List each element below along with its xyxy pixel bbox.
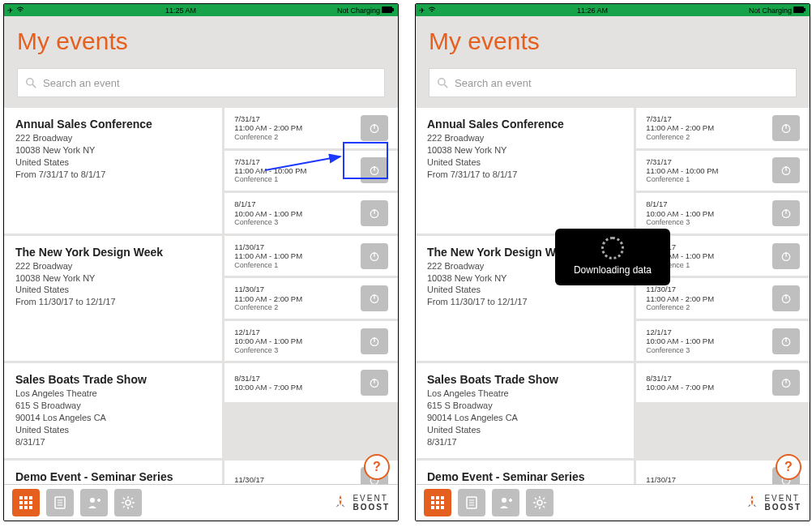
session-row: 7/31/1711:00 AM - 2:00 PMConference 2: [224, 108, 398, 151]
svg-rect-0: [382, 6, 392, 13]
download-button[interactable]: [361, 200, 388, 226]
download-button[interactable]: [772, 200, 800, 226]
page-title: My events: [17, 28, 385, 55]
download-button[interactable]: [361, 370, 388, 396]
event-info[interactable]: Sales Boats Trade ShowLos Angeles Theatr…: [416, 363, 636, 457]
session-meta: 7/31/1711:00 AM - 10:00 PMConference 1: [234, 157, 306, 185]
session-room: Conference 3: [646, 218, 714, 227]
session-meta: 8/1/1710:00 AM - 1:00 PMConference 3: [234, 199, 302, 227]
power-icon: [368, 250, 381, 263]
power-icon: [780, 292, 793, 305]
page-title: My events: [429, 28, 797, 55]
tab-add-user[interactable]: [80, 489, 108, 516]
download-button[interactable]: [772, 370, 800, 396]
search-icon: [438, 78, 448, 88]
session-meta: 11/30/17: [646, 475, 676, 484]
rocket-icon: [743, 494, 761, 512]
session-time: 10:00 AM - 7:00 PM: [234, 383, 302, 392]
session-meta: 8/31/1710:00 AM - 7:00 PM: [646, 374, 714, 392]
event-addr2: 10038 New York NY: [15, 144, 211, 156]
wifi-icon: [428, 6, 436, 15]
svg-rect-64: [441, 501, 444, 504]
svg-rect-27: [24, 506, 28, 509]
power-icon: [368, 292, 381, 305]
session-room: Conference 3: [646, 346, 714, 355]
status-bar: ✈ 11:26 AM Not Charging: [416, 4, 810, 16]
event-range: From 11/30/17 to 12/1/17: [15, 296, 211, 308]
session-date: 8/1/17: [234, 199, 302, 208]
tab-events[interactable]: [424, 489, 451, 516]
event-info[interactable]: Sales Boats Trade ShowLos Angeles Theatr…: [4, 363, 224, 457]
status-charge: Not Charging: [337, 6, 380, 15]
tab-list[interactable]: [46, 489, 74, 516]
battery-icon: [382, 6, 395, 15]
svg-rect-28: [29, 506, 32, 509]
event-info[interactable]: Demo Event - Seminar Series: [416, 461, 636, 485]
session-row: 8/1/1710:00 AM - 1:00 PMConference 3: [224, 193, 398, 234]
session-date: 12/1/17: [234, 328, 302, 336]
session-time: 10:00 AM - 1:00 PM: [234, 209, 302, 218]
svg-rect-65: [431, 506, 434, 509]
airplane-icon: ✈: [419, 6, 425, 15]
search-input[interactable]: Search an event: [429, 68, 797, 97]
event-country: United States: [427, 284, 622, 296]
tab-events[interactable]: [12, 489, 40, 516]
svg-rect-22: [29, 496, 32, 499]
search-placeholder: Search an event: [455, 77, 532, 89]
event-range: From 7/31/17 to 8/1/17: [427, 169, 622, 181]
event-block: Annual Sales Conference222 Broadway10038…: [4, 105, 398, 234]
download-button[interactable]: [772, 243, 800, 269]
brand-logo: EVENTBOOST: [331, 494, 390, 512]
download-button[interactable]: [361, 115, 388, 141]
tab-settings[interactable]: [526, 489, 553, 516]
power-icon: [368, 207, 381, 220]
svg-point-2: [27, 78, 33, 84]
wifi-icon: [16, 6, 24, 15]
tab-add-user[interactable]: [492, 489, 519, 516]
download-button[interactable]: [772, 157, 800, 183]
session-meta: 8/1/1710:00 AM - 1:00 PMConference 3: [646, 199, 714, 227]
svg-point-76: [751, 499, 754, 501]
status-time: 11:25 AM: [165, 6, 196, 15]
event-block: Annual Sales Conference222 Broadway10038…: [416, 105, 810, 234]
power-icon: [368, 122, 381, 135]
session-row: 7/31/1711:00 AM - 10:00 PMConference 1: [224, 151, 398, 194]
session-date: 7/31/17: [234, 157, 306, 166]
tab-list[interactable]: [458, 489, 485, 516]
help-button[interactable]: ?: [364, 454, 390, 480]
svg-rect-24: [24, 501, 28, 504]
event-info[interactable]: Annual Sales Conference222 Broadway10038…: [416, 108, 636, 234]
session-time: 10:00 AM - 1:00 PM: [234, 336, 302, 345]
download-button[interactable]: [361, 243, 388, 269]
session-room: Conference 1: [234, 261, 302, 270]
search-input[interactable]: Search an event: [17, 68, 385, 97]
tab-settings[interactable]: [114, 489, 142, 516]
session-row: 8/31/1710:00 AM - 7:00 PM: [636, 363, 810, 402]
airplane-icon: ✈: [7, 6, 14, 15]
download-button[interactable]: [361, 328, 388, 354]
download-button[interactable]: [772, 115, 800, 141]
event-range: From 7/31/17 to 8/1/17: [15, 169, 211, 181]
event-info[interactable]: Demo Event - Seminar Series: [4, 461, 224, 485]
download-button[interactable]: [361, 157, 388, 183]
event-addr2: 615 S Broadway: [15, 400, 211, 412]
event-name: Sales Boats Trade Show: [15, 373, 211, 386]
session-meta: 12/1/1710:00 AM - 1:00 PMConference 3: [646, 328, 714, 355]
svg-rect-26: [19, 506, 23, 509]
download-button[interactable]: [772, 285, 800, 311]
event-block: The New York Design Week222 Broadway1003…: [4, 234, 398, 362]
event-info[interactable]: Annual Sales Conference222 Broadway10038…: [4, 108, 224, 234]
svg-rect-20: [19, 496, 23, 499]
help-button[interactable]: ?: [776, 454, 801, 480]
event-info[interactable]: The New York Design Week222 Broadway1003…: [4, 236, 224, 362]
download-button[interactable]: [772, 328, 800, 354]
power-icon: [368, 376, 381, 389]
download-button[interactable]: [361, 285, 388, 311]
search-icon: [26, 78, 36, 88]
session-date: 11/30/17: [646, 285, 714, 293]
svg-point-41: [438, 78, 445, 84]
event-block: Demo Event - Seminar Series11/30/17: [416, 458, 810, 485]
bottom-bar: EVENTBOOST: [416, 484, 810, 521]
svg-point-72: [502, 498, 506, 503]
rocket-icon: [331, 494, 349, 512]
